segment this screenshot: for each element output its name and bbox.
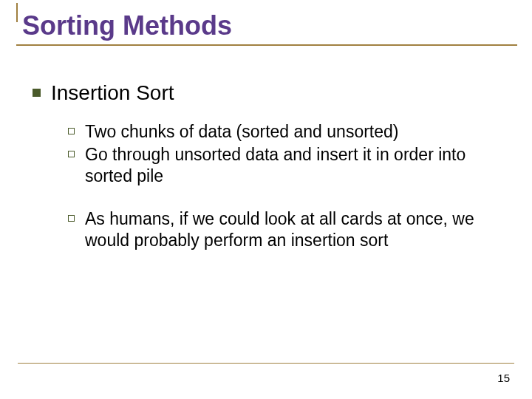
- bullet-level2: Go through unsorted data and insert it i…: [68, 144, 507, 187]
- square-hollow-icon: [68, 151, 75, 157]
- title-left-tick: [16, 3, 18, 22]
- level2-text: Two chunks of data (sorted and unsorted): [85, 121, 398, 143]
- square-hollow-icon: [68, 215, 75, 222]
- bottom-rule: [18, 363, 514, 364]
- title-underline: [16, 44, 517, 46]
- spacer: [68, 188, 507, 208]
- bullet-level2: As humans, if we could look at all cards…: [68, 208, 507, 251]
- content-area: Insertion Sort Two chunks of data (sorte…: [19, 49, 513, 251]
- slide-title: Sorting Methods: [19, 10, 513, 41]
- level2-text: As humans, if we could look at all cards…: [85, 208, 507, 251]
- slide: Sorting Methods Insertion Sort Two chunk…: [0, 0, 532, 399]
- level2-text: Go through unsorted data and insert it i…: [85, 144, 507, 187]
- level1-text: Insertion Sort: [51, 81, 174, 105]
- square-hollow-icon: [68, 128, 75, 134]
- page-number: 15: [497, 372, 510, 384]
- bullet-level1: Insertion Sort: [33, 81, 507, 105]
- title-block: Sorting Methods: [19, 10, 513, 44]
- bullet-level2: Two chunks of data (sorted and unsorted): [68, 121, 507, 143]
- square-filled-icon: [33, 89, 41, 97]
- sub-bullet-list: Two chunks of data (sorted and unsorted)…: [33, 121, 507, 251]
